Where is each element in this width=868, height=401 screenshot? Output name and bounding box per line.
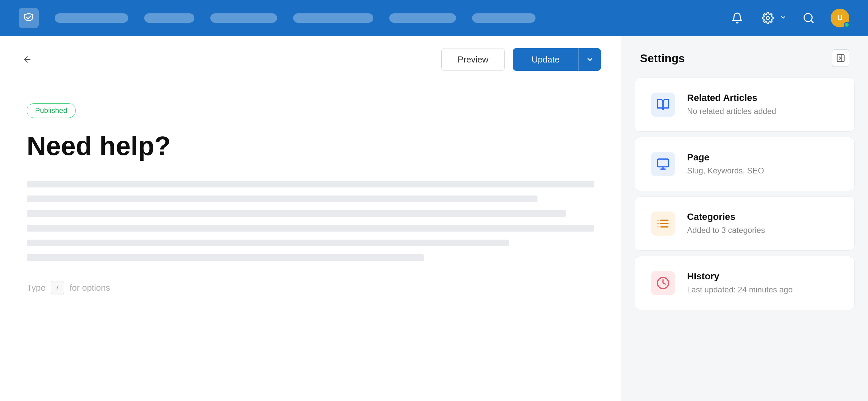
history-title: History — [687, 271, 793, 282]
nav-item-2[interactable] — [144, 13, 194, 23]
editor-content: Published Need help? Type / for options — [0, 83, 621, 401]
user-settings-button[interactable] — [759, 9, 786, 27]
update-button[interactable]: Update — [513, 48, 578, 71]
type-hint[interactable]: Type / for options — [27, 281, 594, 294]
article-title[interactable]: Need help? — [27, 131, 594, 161]
content-line-6 — [27, 254, 424, 261]
page-title: Page — [687, 152, 764, 163]
type-hint-prefix: Type — [27, 283, 45, 293]
page-card[interactable]: Page Slug, Keywords, SEO — [634, 137, 855, 191]
history-text: History Last updated: 24 minutes ago — [687, 271, 793, 294]
settings-sidebar: Settings Related Articles — [621, 36, 868, 401]
history-icon — [651, 271, 675, 295]
related-articles-card[interactable]: Related Articles No related articles add… — [634, 78, 855, 132]
nav-item-1[interactable] — [55, 13, 128, 23]
settings-title: Settings — [640, 52, 685, 65]
svg-line-2 — [811, 20, 813, 23]
update-dropdown-button[interactable] — [578, 48, 601, 71]
avatar[interactable]: U — [831, 9, 849, 27]
collapse-sidebar-button[interactable] — [832, 50, 849, 67]
editor-toolbar: Preview Update — [0, 36, 621, 83]
content-line-5 — [27, 239, 509, 246]
categories-title: Categories — [687, 211, 765, 222]
svg-point-0 — [767, 17, 770, 20]
bell-icon[interactable] — [728, 9, 746, 27]
page-subtitle: Slug, Keywords, SEO — [687, 166, 764, 175]
nav-item-5[interactable] — [389, 13, 456, 23]
related-articles-text: Related Articles No related articles add… — [687, 92, 776, 116]
svg-rect-6 — [657, 159, 669, 167]
update-button-group: Update — [513, 48, 601, 71]
gear-icon — [759, 9, 777, 27]
related-articles-icon — [651, 92, 675, 117]
slash-key: / — [51, 281, 64, 294]
categories-text: Categories Added to 3 categories — [687, 211, 765, 235]
chevron-down-icon — [780, 14, 786, 22]
content-line-4 — [27, 225, 594, 232]
categories-card[interactable]: Categories Added to 3 categories — [634, 197, 855, 251]
page-text: Page Slug, Keywords, SEO — [687, 152, 764, 175]
history-card[interactable]: History Last updated: 24 minutes ago — [634, 256, 855, 310]
categories-subtitle: Added to 3 categories — [687, 226, 765, 235]
settings-cards: Related Articles No related articles add… — [621, 78, 868, 323]
editor-area: Preview Update Published Need help? — [0, 36, 621, 401]
categories-icon — [651, 211, 675, 236]
preview-button[interactable]: Preview — [441, 48, 505, 71]
nav-icons: U — [728, 9, 849, 27]
type-hint-suffix: for options — [69, 283, 110, 293]
content-line-2 — [27, 196, 537, 202]
back-button[interactable] — [20, 52, 35, 67]
content-placeholder-lines — [27, 181, 594, 261]
content-line-1 — [27, 181, 594, 188]
page-icon — [651, 152, 675, 176]
published-badge: Published — [27, 103, 76, 118]
search-icon[interactable] — [800, 9, 817, 27]
topnav: U — [0, 0, 868, 36]
main-layout: Preview Update Published Need help? — [0, 36, 868, 401]
settings-header: Settings — [621, 36, 868, 78]
related-articles-subtitle: No related articles added — [687, 107, 776, 116]
nav-item-6[interactable] — [472, 13, 535, 23]
logo[interactable] — [19, 8, 39, 28]
content-line-3 — [27, 210, 566, 217]
history-subtitle: Last updated: 24 minutes ago — [687, 285, 793, 294]
related-articles-title: Related Articles — [687, 92, 776, 103]
nav-item-4[interactable] — [293, 13, 373, 23]
avatar-online-badge — [844, 22, 849, 27]
nav-item-3[interactable] — [210, 13, 277, 23]
